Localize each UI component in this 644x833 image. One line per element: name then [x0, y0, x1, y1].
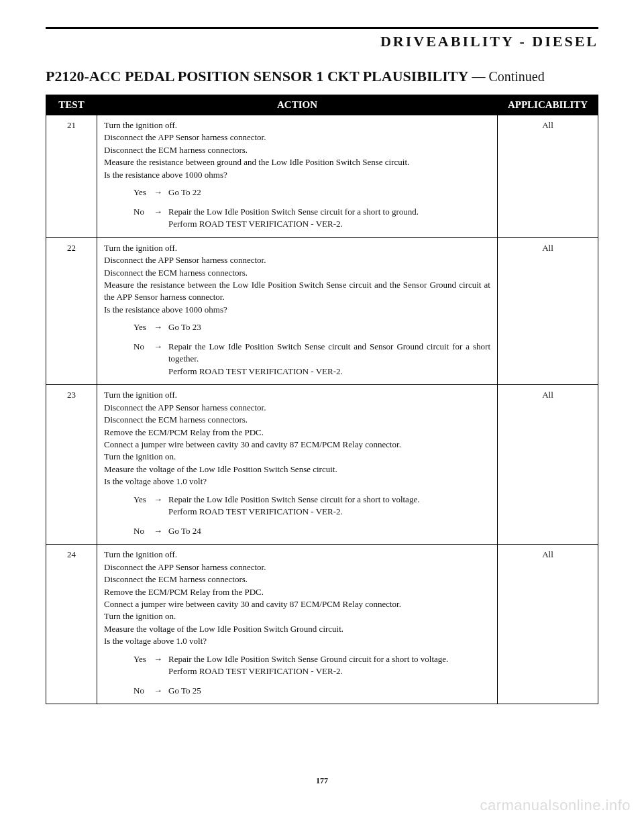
arrow-icon: →	[154, 525, 168, 537]
arrow-icon: →	[154, 653, 168, 665]
arrow-icon: →	[154, 494, 168, 506]
action-line: Turn the ignition off.	[104, 549, 490, 561]
action-line: Turn the ignition on.	[104, 451, 490, 463]
table-row: 22Turn the ignition off.Disconnect the A…	[46, 237, 598, 385]
action-cell: Turn the ignition off.Disconnect the APP…	[97, 545, 498, 704]
action-line: Disconnect the APP Sensor harness connec…	[104, 561, 490, 573]
action-cell: Turn the ignition off.Disconnect the APP…	[97, 385, 498, 545]
answer-label: Yes	[133, 494, 154, 506]
action-line: Connect a jumper wire between cavity 30 …	[104, 439, 490, 451]
action-line: Disconnect the ECM harness connectors.	[104, 267, 490, 279]
answer-text-line: Repair the Low Idle Position Switch Sens…	[168, 206, 490, 218]
action-lines: Turn the ignition off.Disconnect the APP…	[104, 242, 490, 317]
action-line: Measure the voltage of the Low Idle Posi…	[104, 623, 490, 635]
answer-text-line: Repair the Low Idle Position Switch Sens…	[168, 494, 490, 506]
action-line: Measure the voltage of the Low Idle Posi…	[104, 463, 490, 476]
answer-text-line: Perform ROAD TEST VERIFICATION - VER-2.	[168, 665, 490, 677]
action-line: Turn the ignition off.	[104, 242, 490, 254]
answer-row: Yes→Repair the Low Idle Position Switch …	[133, 653, 490, 678]
test-number: 21	[46, 115, 97, 238]
arrow-icon: →	[154, 685, 168, 697]
answer-text: Repair the Low Idle Position Switch Sens…	[168, 494, 490, 518]
action-line: Connect a jumper wire between cavity 30 …	[104, 598, 490, 610]
answer-text-line: Go To 25	[168, 685, 490, 697]
table-row: 21Turn the ignition off.Disconnect the A…	[46, 115, 598, 238]
answer-text: Go To 25	[168, 685, 490, 697]
answer-text-line: Go To 22	[168, 186, 490, 199]
action-line: Remove the ECM/PCM Relay from the PDC.	[104, 586, 490, 598]
action-line: Disconnect the ECM harness connectors.	[104, 144, 490, 156]
col-applicability: APPLICABILITY	[498, 95, 598, 115]
section-continued: — Continued	[468, 69, 544, 84]
answer-text: Go To 24	[168, 525, 490, 537]
action-line: Turn the ignition off.	[104, 119, 490, 131]
answer-label: Yes	[133, 653, 154, 665]
page: DRIVEABILITY - DIESEL P2120-ACC PEDAL PO…	[0, 0, 644, 833]
applicability-cell: All	[498, 237, 598, 385]
col-test: TEST	[46, 95, 97, 115]
answer-label: No	[133, 525, 154, 537]
action-line: Is the voltage above 1.0 volt?	[104, 476, 490, 488]
test-number: 24	[46, 545, 97, 704]
action-line: Disconnect the APP Sensor harness connec…	[104, 254, 490, 266]
answer-label: No	[133, 341, 154, 353]
answer-row: No→Repair the Low Idle Position Switch S…	[133, 206, 490, 231]
answer-text: Repair the Low Idle Position Switch Sens…	[168, 206, 490, 231]
answer-text-line: Perform ROAD TEST VERIFICATION - VER-2.	[168, 218, 490, 230]
test-number: 23	[46, 385, 97, 545]
action-cell: Turn the ignition off.Disconnect the APP…	[97, 115, 498, 238]
action-lines: Turn the ignition off.Disconnect the APP…	[104, 119, 490, 181]
answer-row: Yes→Repair the Low Idle Position Switch …	[133, 494, 490, 518]
section-title: P2120-ACC PEDAL POSITION SENSOR 1 CKT PL…	[46, 68, 598, 85]
answer-label: Yes	[133, 186, 154, 199]
applicability-cell: All	[498, 385, 598, 545]
answers: Yes→Go To 23No→Repair the Low Idle Posit…	[133, 321, 490, 378]
section-title-text: P2120-ACC PEDAL POSITION SENSOR 1 CKT PL…	[46, 68, 468, 85]
answer-row: Yes→Go To 22	[133, 186, 490, 199]
answers: Yes→Repair the Low Idle Position Switch …	[133, 653, 490, 697]
table-header-row: TEST ACTION APPLICABILITY	[46, 95, 598, 115]
answer-label: Yes	[133, 321, 154, 333]
action-cell: Turn the ignition off.Disconnect the APP…	[97, 237, 498, 385]
action-line: Disconnect the ECM harness connectors.	[104, 414, 490, 426]
action-line: Turn the ignition off.	[104, 389, 490, 401]
answer-row: Yes→Go To 23	[133, 321, 490, 333]
answer-text: Repair the Low Idle Position Switch Sens…	[168, 341, 490, 378]
answers: Yes→Repair the Low Idle Position Switch …	[133, 494, 490, 537]
arrow-icon: →	[154, 206, 168, 218]
arrow-icon: →	[154, 341, 168, 353]
arrow-icon: →	[154, 186, 168, 199]
answer-text-line: Go To 24	[168, 525, 490, 537]
page-number: 177	[0, 776, 644, 786]
watermark: carmanualsonline.info	[480, 797, 631, 814]
answer-text: Go To 22	[168, 186, 490, 199]
answers: Yes→Go To 22No→Repair the Low Idle Posit…	[133, 186, 490, 230]
action-lines: Turn the ignition off.Disconnect the APP…	[104, 389, 490, 488]
answer-text-line: Perform ROAD TEST VERIFICATION - VER-2.	[168, 366, 490, 378]
diagnostic-table: TEST ACTION APPLICABILITY 21Turn the ign…	[46, 95, 598, 704]
arrow-icon: →	[154, 321, 168, 333]
action-line: Is the resistance above 1000 ohms?	[104, 304, 490, 316]
answer-row: No→Go To 25	[133, 685, 490, 697]
action-line: Is the resistance above 1000 ohms?	[104, 169, 490, 181]
table-row: 24Turn the ignition off.Disconnect the A…	[46, 545, 598, 704]
answer-text-line: Repair the Low Idle Position Switch Sens…	[168, 341, 490, 366]
action-line: Is the voltage above 1.0 volt?	[104, 635, 490, 647]
answer-text-line: Perform ROAD TEST VERIFICATION - VER-2.	[168, 506, 490, 518]
answer-row: No→Repair the Low Idle Position Switch S…	[133, 341, 490, 378]
action-line: Measure the resistance between ground an…	[104, 156, 490, 168]
applicability-cell: All	[498, 115, 598, 238]
action-line: Disconnect the APP Sensor harness connec…	[104, 402, 490, 414]
answer-row: No→Go To 24	[133, 525, 490, 537]
header-category: DRIVEABILITY - DIESEL	[46, 33, 598, 50]
answer-text: Repair the Low Idle Position Switch Sens…	[168, 653, 490, 678]
test-number: 22	[46, 237, 97, 385]
answer-text: Go To 23	[168, 321, 490, 333]
answer-label: No	[133, 685, 154, 697]
col-action: ACTION	[97, 95, 498, 115]
action-lines: Turn the ignition off.Disconnect the APP…	[104, 549, 490, 648]
action-line: Remove the ECM/PCM Relay from the PDC.	[104, 427, 490, 439]
action-line: Measure the resistance between the Low I…	[104, 279, 490, 304]
applicability-cell: All	[498, 545, 598, 704]
table-row: 23Turn the ignition off.Disconnect the A…	[46, 385, 598, 545]
